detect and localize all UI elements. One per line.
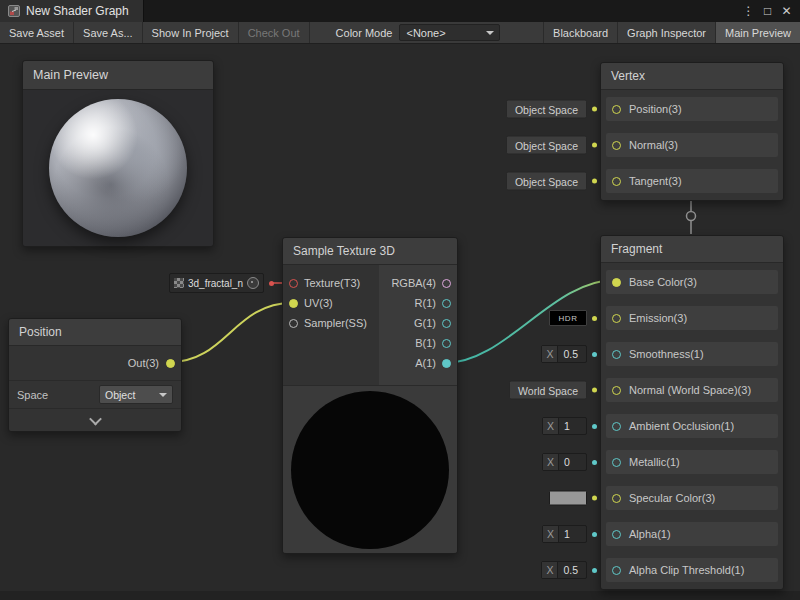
out-port[interactable]: [166, 359, 175, 368]
sample-texture-3d-node[interactable]: Sample Texture 3D 3d_fractal_n Texture(T…: [282, 237, 458, 554]
specular-color-port[interactable]: [612, 494, 621, 503]
float-value: 1: [559, 528, 586, 540]
close-icon[interactable]: ✕: [777, 0, 796, 22]
port-label: Out(3): [128, 357, 159, 369]
color-mode-label: Color Mode: [336, 27, 393, 39]
port-dot: [269, 281, 274, 286]
base-color-port[interactable]: [612, 278, 621, 287]
graph-inspector-toggle[interactable]: Graph Inspector: [617, 22, 715, 43]
sampler-input-port[interactable]: [289, 319, 298, 328]
canvas-bottom-edge: [0, 591, 800, 600]
fragment-row-normal: World Space Normal (World Space)(3): [606, 378, 778, 402]
float-field[interactable]: X 0.5: [541, 345, 587, 363]
save-asset-button[interactable]: Save Asset: [0, 22, 74, 43]
port-label: Metallic(1): [629, 456, 680, 468]
float-value: 0: [559, 456, 586, 468]
node-title[interactable]: Sample Texture 3D: [283, 238, 457, 265]
toolbar-right-group: Blackboard Graph Inspector Main Preview: [543, 22, 800, 43]
toolbar: Save Asset Save As... Show In Project Ch…: [0, 22, 800, 44]
space-dropdown[interactable]: Object Space: [506, 172, 587, 191]
main-preview-panel[interactable]: Main Preview: [22, 60, 214, 247]
position-port[interactable]: [612, 105, 621, 114]
row-control: Object Space: [506, 136, 597, 155]
window-controls: ⋮ □ ✕: [739, 0, 800, 22]
port-dot: [592, 107, 597, 112]
port-dot: [592, 388, 597, 393]
port-label: Smoothness(1): [629, 348, 704, 360]
axis-label: X: [543, 526, 559, 542]
uv-input-port[interactable]: [289, 299, 298, 308]
node-expander[interactable]: [9, 408, 181, 431]
port-label: Base Color(3): [629, 276, 697, 288]
space-dropdown[interactable]: Object Space: [506, 136, 587, 155]
input-row-sampler: Sampler(SS): [283, 313, 379, 333]
b-output-port[interactable]: [442, 339, 451, 348]
object-picker-icon[interactable]: [247, 277, 259, 289]
output-row-r: R(1): [379, 293, 451, 313]
space-dropdown[interactable]: Object: [99, 385, 173, 404]
alpha-port[interactable]: [612, 530, 621, 539]
axis-label: X: [543, 454, 559, 470]
normal-port[interactable]: [612, 141, 621, 150]
node-title[interactable]: Fragment: [601, 236, 783, 263]
port-label: Alpha Clip Threshold(1): [629, 564, 744, 576]
menu-icon[interactable]: ⋮: [739, 0, 758, 22]
g-output-port[interactable]: [442, 319, 451, 328]
space-label: Space: [17, 389, 48, 401]
hdr-color-field[interactable]: HDR: [549, 310, 587, 326]
space-row: Space Object: [9, 380, 181, 408]
texture-object-field[interactable]: 3d_fractal_n: [169, 273, 264, 293]
float-field[interactable]: X 1: [542, 417, 587, 435]
color-mode-dropdown[interactable]: <None>: [399, 24, 500, 41]
fragment-row-smoothness: X 0.5 Smoothness(1): [606, 342, 778, 366]
texture-name: 3d_fractal_n: [188, 278, 243, 289]
float-field[interactable]: X 0.5: [541, 561, 587, 579]
node-title[interactable]: Position: [9, 319, 181, 346]
normal-world-space-port[interactable]: [612, 386, 621, 395]
tab-title: New Shader Graph: [26, 4, 129, 18]
space-dropdown[interactable]: World Space: [509, 381, 587, 400]
main-preview-toggle[interactable]: Main Preview: [715, 22, 800, 43]
fragment-node[interactable]: Fragment Base Color(3) HDR Emission(3) X…: [600, 235, 784, 590]
blackboard-toggle[interactable]: Blackboard: [543, 22, 617, 43]
save-as-button[interactable]: Save As...: [74, 22, 143, 43]
texture-input-port[interactable]: [289, 279, 298, 288]
panel-title[interactable]: Main Preview: [23, 61, 213, 90]
position-node[interactable]: Position Out(3) Space Object: [8, 318, 182, 432]
row-control: World Space: [509, 381, 597, 400]
port-dot: [592, 460, 597, 465]
float-field[interactable]: X 1: [542, 525, 587, 543]
color-field[interactable]: [549, 491, 587, 506]
row-control: X 0.5: [541, 345, 597, 363]
maximize-icon[interactable]: □: [758, 0, 777, 22]
node-title[interactable]: Vertex: [601, 63, 783, 90]
ambient-occlusion-port[interactable]: [612, 422, 621, 431]
space-dropdown[interactable]: Object Space: [506, 100, 587, 119]
space-value: Object: [105, 389, 135, 401]
alpha-clip-threshold-port[interactable]: [612, 566, 621, 575]
axis-label: X: [543, 418, 559, 434]
preview-sphere: [49, 99, 187, 237]
r-output-port[interactable]: [442, 299, 451, 308]
shader-graph-icon: [8, 5, 20, 17]
color-mode-group: Color Mode <None>: [336, 22, 501, 43]
show-in-project-button[interactable]: Show In Project: [143, 22, 239, 43]
row-control: X 1: [542, 525, 597, 543]
row-control: 3d_fractal_n: [169, 273, 274, 293]
metallic-port[interactable]: [612, 458, 621, 467]
float-field[interactable]: X 0: [542, 453, 587, 471]
output-row-out: Out(3): [9, 346, 181, 380]
port-label: Tangent(3): [629, 175, 682, 187]
tab-new-shader-graph[interactable]: New Shader Graph: [0, 0, 144, 22]
output-row-g: G(1): [379, 313, 451, 333]
caret-down-icon: [486, 31, 494, 35]
port-dot: [592, 316, 597, 321]
port-dot: [592, 179, 597, 184]
rgba-output-port[interactable]: [442, 279, 451, 288]
row-control: Object Space: [506, 100, 597, 119]
smoothness-port[interactable]: [612, 350, 621, 359]
emission-port[interactable]: [612, 314, 621, 323]
vertex-node[interactable]: Vertex Object Space Position(3) Object S…: [600, 62, 784, 201]
a-output-port[interactable]: [442, 359, 451, 368]
tangent-port[interactable]: [612, 177, 621, 186]
